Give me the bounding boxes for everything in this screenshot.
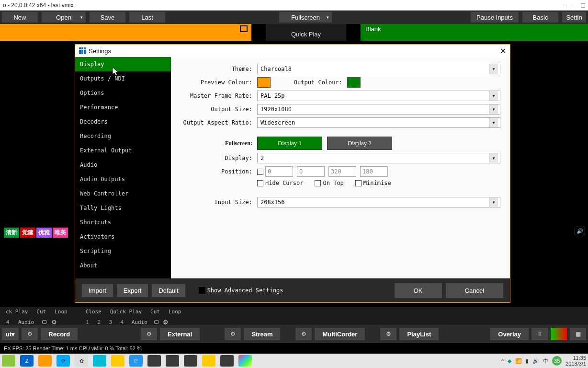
taskbar-app[interactable]: ✿ [75, 355, 88, 367]
taskbar-app[interactable] [202, 355, 215, 367]
show-advanced-checkbox[interactable]: Show Advanced Settings [199, 287, 283, 294]
cancel-button[interactable]: Cancel [446, 283, 503, 298]
playlist-button[interactable]: PlayList [399, 328, 439, 340]
record-button[interactable]: Record [41, 328, 78, 340]
quick-play-button[interactable]: Quick Play [107, 308, 145, 316]
tray-chevron-icon[interactable]: ^ [501, 358, 504, 364]
taskbar-app[interactable] [111, 355, 124, 367]
default-button[interactable]: Default [152, 284, 185, 297]
gear-icon[interactable]: ⚙ [380, 328, 396, 340]
nav-item-tally-lights[interactable]: Tally Lights [75, 201, 171, 215]
taskbar-app[interactable] [238, 355, 252, 367]
nav-item-recording[interactable]: Recording [75, 129, 171, 143]
nav-item-performance[interactable]: Performance [75, 100, 171, 115]
gear-icon[interactable]: ⚙ [141, 328, 157, 340]
theme-select[interactable]: Charcoal8 [257, 64, 500, 74]
position-x-input[interactable]: 0 [265, 166, 293, 177]
nav-item-about[interactable]: About [75, 258, 171, 273]
volume-icon[interactable]: 🔊 [532, 358, 539, 364]
taskbar-app[interactable] [147, 355, 161, 367]
battery-icon[interactable]: ▮ [526, 358, 529, 364]
preview-colour-swatch[interactable] [257, 77, 271, 88]
pause-inputs-button[interactable]: Pause Inputs [471, 12, 519, 23]
position-w-input[interactable]: 320 [328, 166, 356, 177]
settings-button[interactable]: Settin [562, 12, 586, 23]
nav-item-external-output[interactable]: External Output [75, 143, 171, 158]
position-h-input[interactable]: 180 [360, 166, 388, 177]
output-aspect-ratio-select[interactable]: Widescreen [257, 117, 500, 128]
minimize-icon[interactable]: — [566, 1, 573, 9]
taskbar-app[interactable]: P [129, 355, 143, 367]
nav-item-audio-outputs[interactable]: Audio Outputs [75, 172, 171, 186]
speaker-icon[interactable]: 🔊 [575, 227, 585, 235]
tray-badge[interactable]: 35 [552, 356, 562, 366]
hide-cursor-checkbox[interactable]: Hide Cursor [257, 180, 303, 186]
taskbar-app[interactable] [166, 355, 179, 367]
ut-button[interactable]: ut ▾ [2, 328, 19, 340]
tag-item[interactable]: 优雅 [36, 228, 52, 238]
nav-item-outputs-ndi[interactable]: Outputs / NDI [75, 71, 171, 86]
nav-item-web-controller[interactable]: Web Controller [75, 186, 171, 201]
nav-item-display[interactable]: Display [75, 57, 171, 71]
gear-icon[interactable]: ⚙ [295, 328, 312, 340]
taskbar-app[interactable] [220, 355, 234, 367]
cut-button[interactable]: Cut [34, 308, 49, 316]
display-1-button[interactable]: Display 1 [257, 137, 322, 150]
export-button[interactable]: Export [117, 284, 148, 297]
ck-play-button[interactable]: ck Play [3, 308, 31, 316]
output-colour-swatch[interactable] [347, 77, 361, 88]
tag-item[interactable]: 清新 [4, 228, 19, 238]
wifi-icon[interactable]: 📶 [515, 358, 522, 364]
close-button[interactable]: Close [83, 308, 104, 316]
cut-button[interactable]: Cut [147, 308, 163, 316]
close-icon[interactable]: ✕ [500, 46, 506, 56]
nav-item-audio[interactable]: Audio [75, 158, 171, 172]
taskbar-app[interactable]: Z [20, 355, 34, 367]
nav-item-activators[interactable]: Activators [75, 230, 171, 244]
nav-item-shortcuts[interactable]: Shortcuts [75, 215, 171, 230]
gear-icon[interactable]: ⚙ [22, 328, 38, 340]
maximize-icon[interactable]: □ [581, 1, 585, 9]
open-button[interactable]: Open [42, 12, 86, 23]
nav-item-decoders[interactable]: Decoders [75, 115, 171, 129]
tag-item[interactable]: 唯美 [53, 228, 68, 238]
tray-icon[interactable]: ◆ [508, 358, 511, 364]
position-y-input[interactable]: 0 [297, 166, 325, 177]
taskbar-app[interactable] [2, 355, 15, 367]
gear-icon[interactable]: ⚙ [225, 328, 241, 340]
taskbar-app[interactable]: ⟳ [57, 355, 70, 367]
taskbar-app[interactable] [184, 355, 197, 367]
overlay-button[interactable]: Overlay [490, 328, 529, 340]
basic-button[interactable]: Basic [522, 12, 558, 23]
display-select[interactable]: 2 [257, 153, 500, 163]
last-button[interactable]: Last [129, 12, 165, 23]
taskbar-app[interactable] [93, 355, 106, 367]
grid-icon[interactable]: ▦ [570, 328, 586, 340]
playback-left: ck Play Cut Loop 4 Audio 🖵 ⚙ [0, 307, 73, 325]
external-button[interactable]: External [160, 328, 200, 340]
new-button[interactable]: New [2, 12, 38, 23]
quick-play-button[interactable]: Quick Play [266, 24, 346, 41]
ime-icon[interactable]: 中 [543, 357, 548, 365]
tag-item[interactable]: 党建 [20, 228, 35, 238]
master-frame-rate-select[interactable]: PAL 25p [257, 91, 500, 101]
display-2-button[interactable]: Display 2 [327, 137, 392, 150]
position-checkbox[interactable] [257, 169, 263, 175]
list-icon[interactable]: ≡ [531, 328, 548, 340]
input-size-select[interactable]: 208x156 [257, 197, 500, 207]
import-button[interactable]: Import [82, 284, 113, 297]
taskbar-app[interactable] [38, 355, 52, 367]
levels-icon[interactable] [551, 328, 567, 340]
multicorder-button[interactable]: MultiCorder [315, 328, 365, 340]
save-button[interactable]: Save [90, 12, 125, 23]
loop-button[interactable]: Loop [52, 308, 70, 316]
stream-button[interactable]: Stream [244, 328, 280, 340]
ok-button[interactable]: OK [395, 283, 442, 298]
nav-item-scripting[interactable]: Scripting [75, 244, 171, 258]
nav-item-options[interactable]: Options [75, 86, 171, 100]
minimise-checkbox[interactable]: Minimise [355, 180, 391, 186]
fullscreen-button[interactable]: Fullscreen [279, 12, 332, 23]
on-top-checkbox[interactable]: On Top [315, 180, 343, 186]
output-size-select[interactable]: 1920x1080 [257, 104, 500, 115]
loop-button[interactable]: Loop [166, 308, 184, 316]
